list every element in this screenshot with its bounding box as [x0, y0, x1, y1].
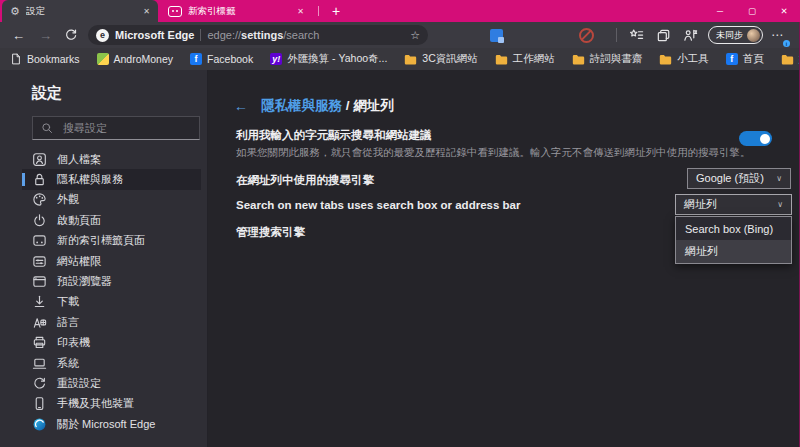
- sidebar-item-printers[interactable]: 印表機: [22, 333, 201, 353]
- sidebar-item-system[interactable]: 系統: [22, 353, 201, 373]
- url-text: edge://settings/search: [207, 29, 319, 41]
- toggle-knob: [760, 134, 770, 144]
- sidebar-item-profiles[interactable]: 個人檔案: [22, 149, 201, 169]
- sidebar-item-startup[interactable]: 啟動頁面: [22, 210, 201, 230]
- chevron-down-icon: ∨: [777, 200, 783, 209]
- sidebar-item-languages[interactable]: 語言: [22, 312, 201, 332]
- bookmark-label: 小工具: [677, 52, 709, 66]
- tab-close-icon[interactable]: ✕: [143, 7, 150, 16]
- search-engine-select[interactable]: Google (預設) ∨: [687, 168, 791, 189]
- translate-extension-icon[interactable]: [490, 29, 503, 42]
- profile-icon: [32, 152, 47, 167]
- bookmark-folder[interactable]: 娛樂: [781, 52, 800, 66]
- back-button[interactable]: ←: [12, 29, 25, 42]
- sidebar-item-label: 隱私權與服務: [57, 172, 123, 187]
- tab-settings[interactable]: ⚙ 設定 ✕: [2, 0, 158, 22]
- tab-new-tab[interactable]: 新索引標籤 ✕: [160, 0, 312, 22]
- chevron-down-icon: ∨: [776, 174, 782, 183]
- andromoney-icon: [97, 53, 109, 65]
- bookmark-folder[interactable]: 小工具: [659, 52, 709, 66]
- minimize-button[interactable]: ─: [704, 0, 736, 22]
- sidebar-item-privacy-services[interactable]: 隱私權與服務: [22, 169, 201, 189]
- bookmarks-bar: Bookmarks AndroMoney f Facebook y! 外匯換算 …: [0, 48, 800, 70]
- toolbar: ← → e Microsoft Edge edge://settings/sea…: [0, 22, 800, 48]
- browser-window-icon: [32, 274, 47, 289]
- newtab-search-dropdown-menu: Search box (Bing) 網址列: [675, 216, 792, 264]
- notification-dot-icon: i: [783, 40, 790, 47]
- settings-search-box[interactable]: [32, 116, 200, 140]
- phone-icon: [32, 396, 47, 411]
- feedback-person-icon: [683, 28, 698, 43]
- close-button[interactable]: ✕: [768, 0, 800, 22]
- url-host: settings: [241, 29, 283, 41]
- bookmark-item[interactable]: y! 外匯換算 - Yahoo奇...: [270, 52, 387, 66]
- new-tab-page-icon: [32, 233, 47, 248]
- sidebar-item-new-tab-page[interactable]: 新的索引標籤頁面: [22, 231, 201, 251]
- sidebar-item-about-edge[interactable]: 關於 Microsoft Edge: [22, 414, 201, 434]
- newtab-search-selected-value: 網址列: [684, 197, 717, 212]
- favorite-star-icon[interactable]: ☆: [410, 29, 420, 42]
- sidebar-item-label: 網站權限: [57, 254, 101, 269]
- lock-icon: [32, 172, 47, 187]
- collections-button[interactable]: [656, 28, 671, 43]
- bookmark-folder[interactable]: 詩詞與書齋: [572, 52, 643, 66]
- address-bar[interactable]: e Microsoft Edge edge://settings/search …: [88, 25, 428, 45]
- sidebar-item-label: 手機及其他裝置: [57, 396, 134, 411]
- bookmark-item[interactable]: AndroMoney: [97, 53, 174, 65]
- dropdown-option-address-bar[interactable]: 網址列: [676, 240, 791, 263]
- tab-close-icon[interactable]: ✕: [297, 7, 304, 16]
- favorites-hub-button[interactable]: [629, 28, 644, 43]
- new-tab-button[interactable]: +: [326, 0, 346, 22]
- bookmark-item[interactable]: Bookmarks: [10, 53, 80, 65]
- bookmark-label: 首頁: [743, 52, 764, 66]
- search-suggestions-setting-description: 如果您關閉此服務，就只會從我的最愛及歷程記錄中看到建議。輸入字元不會傳送到網址列…: [236, 146, 751, 160]
- bookmark-item[interactable]: f Facebook: [190, 53, 253, 65]
- search-suggestions-toggle[interactable]: [739, 131, 772, 146]
- sidebar-item-phone-devices[interactable]: 手機及其他裝置: [22, 394, 201, 414]
- avatar: [747, 29, 760, 42]
- sidebar-item-default-browser[interactable]: 預設瀏覽器: [22, 271, 201, 291]
- bookmark-folder[interactable]: 3C資訊網站: [404, 52, 477, 66]
- bookmark-label: AndroMoney: [114, 53, 174, 65]
- dropdown-option-search-box[interactable]: Search box (Bing): [676, 217, 791, 240]
- folder-icon: [659, 54, 672, 65]
- breadcrumb-text: 隱私權與服務 / 網址列: [261, 97, 394, 115]
- settings-search-input[interactable]: [61, 121, 185, 135]
- sync-status-label: 未同步: [716, 29, 743, 42]
- breadcrumb-parent-link[interactable]: 隱私權與服務: [261, 98, 342, 113]
- search-suggestions-setting-title: 利用我輸入的字元顯示搜尋和網站建議: [236, 128, 432, 143]
- titlebar: ⚙ 設定 ✕ 新索引標籤 ✕ + ─ ▢ ✕: [0, 0, 800, 22]
- back-arrow-icon[interactable]: ←: [234, 98, 248, 114]
- sidebar-item-label: 預設瀏覽器: [57, 274, 112, 289]
- forward-button[interactable]: →: [39, 29, 52, 42]
- sidebar-item-label: 重設設定: [57, 376, 101, 391]
- maximize-button[interactable]: ▢: [736, 0, 768, 22]
- sidebar-item-site-permissions[interactable]: 網站權限: [22, 251, 201, 271]
- yahoo-icon: y!: [270, 53, 282, 65]
- settings-more-button[interactable]: ⋯: [771, 28, 784, 42]
- feedback-button[interactable]: [683, 28, 698, 43]
- sidebar-item-label: 系統: [57, 356, 79, 371]
- sidebar-item-downloads[interactable]: 下載: [22, 292, 201, 312]
- bookmark-folder[interactable]: 工作網站: [495, 52, 555, 66]
- settings-sidebar: 設定 個人檔案 隱私權與服務 外觀 啟動頁面 新的索引標籤頁面 網站權限: [0, 70, 208, 447]
- blocker-extension-icon[interactable]: [579, 28, 594, 43]
- sync-status-button[interactable]: 未同步: [708, 26, 763, 44]
- refresh-button[interactable]: [64, 28, 78, 42]
- search-engine-setting-label: 在網址列中使用的搜尋引擎: [236, 173, 374, 188]
- manage-search-engines-link[interactable]: 管理搜索引擎: [236, 225, 305, 240]
- bookmark-item[interactable]: f 首頁: [726, 52, 764, 66]
- sidebar-item-appearance[interactable]: 外觀: [22, 190, 201, 210]
- page-icon: [10, 53, 22, 65]
- toolbar-separator: [616, 28, 617, 42]
- sidebar-item-label: 個人檔案: [57, 152, 101, 167]
- sidebar-item-reset-settings[interactable]: 重設設定: [22, 373, 201, 393]
- refresh-icon: [64, 28, 78, 42]
- favorites-hub-icon: [629, 28, 644, 43]
- sidebar-item-label: 新的索引標籤頁面: [57, 233, 145, 248]
- printer-icon: [32, 335, 47, 350]
- sidebar-item-label: 印表機: [57, 335, 90, 350]
- newtab-search-select[interactable]: 網址列 ∨: [675, 194, 792, 215]
- collections-icon: [656, 28, 671, 43]
- bookmark-label: 詩詞與書齋: [590, 52, 643, 66]
